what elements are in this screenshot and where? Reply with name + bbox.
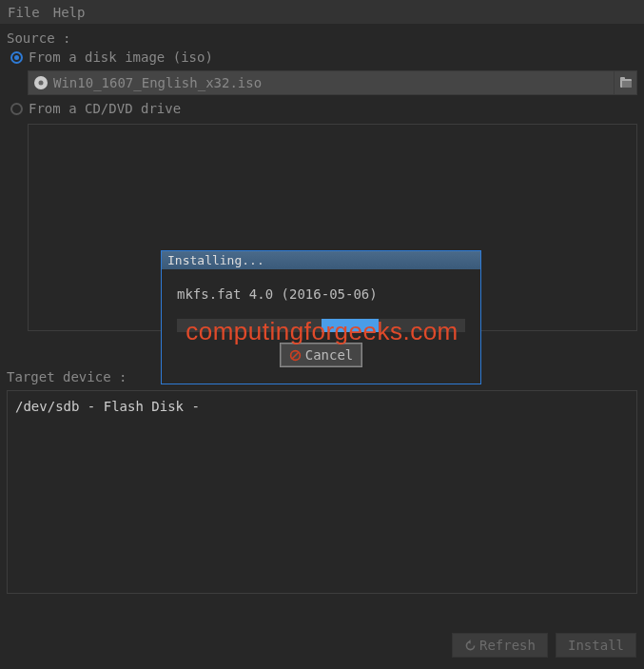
refresh-label: Refresh: [479, 638, 536, 653]
dialog-status-text: mkfs.fat 4.0 (2016-05-06): [177, 286, 465, 302]
svg-point-1: [39, 81, 44, 86]
install-label: Install: [568, 638, 624, 653]
source-label: Source :: [7, 30, 637, 46]
iso-file-name: Win10_1607_English_x32.iso: [53, 71, 614, 94]
radio-from-cd[interactable]: From a CD/DVD drive: [10, 101, 637, 116]
dialog-title: Installing...: [162, 251, 480, 269]
bottom-button-bar: Refresh Install: [452, 633, 636, 658]
browse-button[interactable]: [614, 71, 636, 94]
install-button[interactable]: Install: [556, 633, 636, 658]
menu-help[interactable]: Help: [53, 5, 86, 20]
menu-file[interactable]: File: [8, 5, 40, 20]
cancel-button[interactable]: Cancel: [281, 344, 362, 366]
target-device-list[interactable]: /dev/sdb - Flash Disk -: [7, 390, 637, 594]
svg-rect-3: [620, 77, 625, 80]
progress-fill: [322, 319, 380, 332]
refresh-icon: [464, 639, 477, 652]
installing-dialog: Installing... mkfs.fat 4.0 (2016-05-06) …: [161, 250, 481, 384]
disk-image-icon: [33, 75, 49, 90]
radio-from-iso[interactable]: From a disk image (iso): [10, 49, 637, 65]
folder-open-icon: [619, 77, 633, 89]
cancel-label: Cancel: [305, 347, 354, 363]
radio-icon: [10, 51, 23, 64]
dialog-body: mkfs.fat 4.0 (2016-05-06) Cancel: [162, 269, 480, 384]
menubar: File Help: [0, 0, 644, 24]
iso-file-field[interactable]: Win10_1607_English_x32.iso: [28, 70, 637, 95]
progress-bar: [177, 319, 465, 332]
radio-from-cd-label: From a CD/DVD drive: [29, 101, 181, 116]
prohibit-icon: [289, 349, 302, 362]
refresh-button[interactable]: Refresh: [452, 633, 548, 658]
radio-from-iso-label: From a disk image (iso): [29, 49, 213, 65]
target-device-item[interactable]: /dev/sdb - Flash Disk -: [15, 399, 629, 414]
svg-line-6: [292, 352, 299, 359]
svg-rect-4: [622, 81, 632, 88]
radio-icon: [10, 103, 23, 115]
